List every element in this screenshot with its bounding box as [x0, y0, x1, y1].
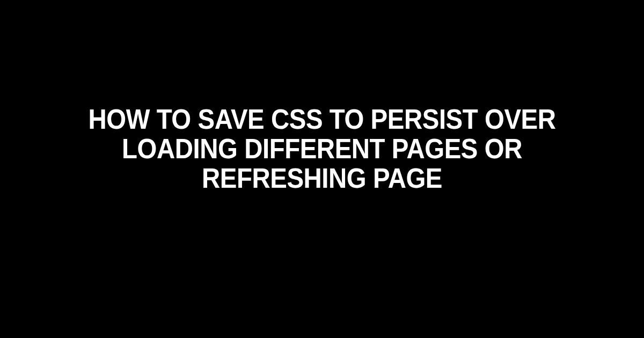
page-title: How to Save CSS to Persist Over Loading …	[23, 105, 621, 193]
